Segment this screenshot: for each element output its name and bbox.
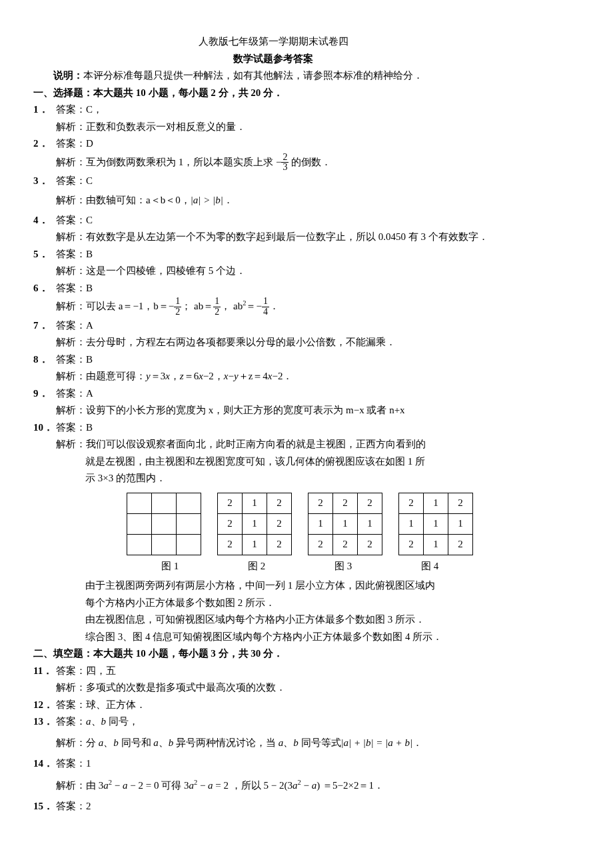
q9-num: 9． (33, 385, 56, 403)
q13-eq: |a| + |b| = |a + b| (341, 737, 413, 748)
q11-num: 11． (33, 663, 56, 680)
q3-expl-pre: 解析：由数轴可知：a＜b＜0， (56, 195, 191, 205)
q6-p5: ． (269, 301, 279, 311)
cap-1: 图 1 (135, 558, 205, 575)
q5-expl: 解析：这是一个四棱锥，四棱锥有 5 个边． (33, 263, 513, 280)
cell (127, 493, 152, 513)
grid-1 (127, 493, 201, 555)
q13-expl: 解析：分 a、b 同号和 a、b 异号两种情况讨论，当 a、b 同号等式|a| … (33, 735, 513, 752)
q2-num: 2． (33, 135, 56, 153)
frac-top: 1 (174, 297, 181, 307)
q10-p3: 由左视图信息，可知俯视图区域内每个方格内小正方体最多个数如图 3 所示． (33, 611, 513, 629)
cell: 2 (218, 493, 243, 513)
q12-num: 12． (33, 697, 56, 714)
q1-num: 1． (33, 101, 56, 119)
section-2-heading: 二、填空题：本大题共 10 小题，每小题 3 分，共 30 分． (33, 645, 513, 663)
q3: 3．答案：C (33, 173, 513, 190)
cell (152, 513, 177, 534)
q9-ans: 答案：A (56, 385, 513, 403)
q5-ans: 答案：B (56, 246, 513, 263)
q14: 14．答案：1 (33, 755, 513, 773)
q15-num: 15． (33, 798, 56, 815)
q14-ans: 答案：1 (56, 755, 513, 773)
frac-top: 2 (281, 153, 289, 163)
q2-expl-suf: 的倒数． (289, 156, 331, 167)
q8-num: 8． (33, 351, 56, 369)
q6-ans: 答案：B (56, 280, 513, 297)
cell (177, 513, 201, 534)
q2-expl-pre: 解析：互为倒数两数乘积为 1，所以本题实质上求 − (56, 156, 281, 167)
q10-p1: 由于主视图两旁两列有两层小方格，中间一列 1 层小立方体，因此俯视图区域内 (33, 577, 513, 595)
q1-ans: 答案：C， (56, 101, 513, 119)
cell (177, 493, 201, 513)
cell: 1 (243, 513, 267, 534)
q10-p4: 综合图 3、图 4 信息可知俯视图区域内每个方格内小正方体最多个数如图 4 所示… (33, 629, 513, 646)
cell: 1 (358, 513, 382, 534)
q13-suf: ． (412, 737, 422, 748)
cell: 2 (333, 493, 358, 513)
q10-num: 10． (33, 419, 56, 437)
q6-f2: 12 (213, 297, 221, 317)
q8-ans: 答案：B (56, 351, 513, 369)
q14-num: 14． (33, 755, 56, 773)
cell: 1 (424, 493, 448, 513)
q3-expl-mid: |a| > |b| (191, 195, 223, 205)
cap-2: 图 2 (221, 558, 292, 575)
cap-3: 图 3 (308, 558, 378, 575)
cell: 2 (308, 493, 333, 513)
q5: 5．答案：B (33, 246, 513, 263)
frac-top: 1 (213, 297, 221, 307)
q6-p2: ； ab＝ (181, 301, 213, 311)
q6: 6．答案：B (33, 280, 513, 297)
q6-expl: 解析：可以去 a＝−1，b＝−12； ab＝12， ab2＝−14． (33, 297, 513, 317)
cell: 2 (358, 493, 382, 513)
q9-expl: 解析：设剪下的小长方形的宽度为 x，则大正方形的宽度可表示为 m−x 或者 n+… (33, 402, 513, 419)
section-1-heading: 一、选择题：本大题共 10 小题，每小题 2 分，共 20 分． (33, 85, 513, 102)
cell: 1 (308, 513, 333, 534)
cell (152, 493, 177, 513)
q15-ans: 答案：2 (56, 798, 513, 815)
q10: 10．答案：B (33, 419, 513, 437)
q13: 13．答案：a、b 同号， (33, 713, 513, 731)
cap-4: 图 4 (394, 558, 465, 575)
grid-3: 222111222 (308, 493, 382, 555)
doc-title-1: 人教版七年级第一学期期末试卷四 (33, 33, 513, 51)
q6-f3: 14 (262, 297, 269, 317)
q6-p3: ， ab (221, 301, 243, 311)
q8-expl-text: 解析：由题意可得：y＝3x，z＝6x−2，x−y＋z＝4x−2． (56, 371, 293, 381)
q9: 9．答案：A (33, 385, 513, 403)
cell: 1 (333, 513, 358, 534)
cell: 2 (358, 534, 382, 555)
q10-e1: 解析：我们可以假设观察者面向北，此时正南方向看的就是主视图，正西方向看到的 (33, 436, 513, 453)
q10-p2: 每个方格内小正方体最多个数如图 2 所示． (33, 595, 513, 612)
cell: 2 (267, 534, 292, 555)
q6-num: 6． (33, 280, 56, 297)
q1: 1．答案：C， (33, 101, 513, 119)
q14-expl: 解析：由 3a2 − a − 2 = 0 可得 3a2 − a = 2 ，所以 … (33, 777, 513, 795)
q7: 7．答案：A (33, 317, 513, 335)
grid-row: 212212212 222111222 212111212 (33, 493, 513, 555)
cell: 2 (448, 493, 473, 513)
q6-p1: 解析：可以去 a＝−1，b＝− (56, 301, 174, 311)
q4: 4．答案：C (33, 212, 513, 229)
frac-bot: 3 (281, 163, 289, 173)
cell (127, 534, 152, 555)
q12-ans: 答案：球、正方体． (56, 697, 513, 714)
cell (127, 513, 152, 534)
q11-expl: 解析：多项式的次数是指多项式中最高次项的次数． (33, 679, 513, 697)
frac-bot: 2 (213, 307, 221, 317)
q7-num: 7． (33, 317, 56, 335)
cell: 2 (308, 534, 333, 555)
q8-expl: 解析：由题意可得：y＝3x，z＝6x−2，x−y＋z＝4x−2． (33, 368, 513, 385)
q13-num: 13． (33, 713, 56, 731)
q5-num: 5． (33, 246, 56, 263)
cell: 2 (267, 513, 292, 534)
q15: 15．答案：2 (33, 798, 513, 815)
doc-note: 说明：本评分标准每题只提供一种解法，如有其他解法，请参照本标准的精神给分． (33, 67, 513, 85)
q10-ans: 答案：B (56, 419, 513, 437)
q13-ans-text: 答案：a、b 同号， (56, 716, 139, 727)
q12: 12．答案：球、正方体． (33, 697, 513, 714)
cell: 1 (243, 493, 267, 513)
cell: 2 (218, 513, 243, 534)
cell: 2 (267, 493, 292, 513)
